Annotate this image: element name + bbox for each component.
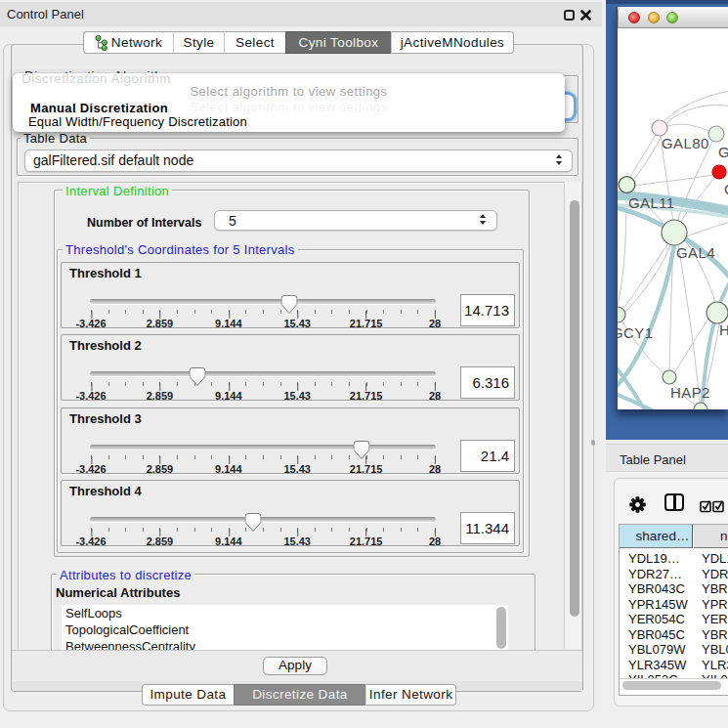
svg-text:GAL11: GAL11 [628,194,675,211]
svg-text:HAP2: HAP2 [670,384,710,401]
svg-text:GA: GA [718,144,728,160]
svg-text:GCY1: GCY1 [618,324,653,341]
svg-text:GAL4: GAL4 [676,244,715,261]
svg-text:C: C [724,181,728,197]
svg-text:H: H [719,321,728,338]
svg-text:GAL80: GAL80 [662,135,709,151]
